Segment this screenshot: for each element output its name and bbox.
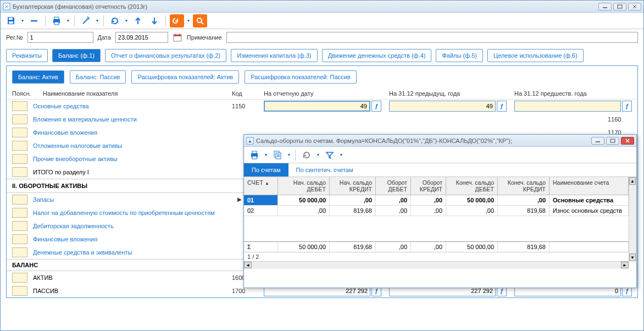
scroll-left-icon[interactable]: ◄ (244, 262, 252, 268)
popup-tab-synthetic[interactable]: По синтетич. счетам (288, 163, 361, 176)
notes-box[interactable] (12, 167, 27, 177)
col-nsd[interactable]: Нач. сальдо ДЕБЕТ (278, 177, 330, 195)
col-accname[interactable]: Наименование счета (549, 177, 629, 195)
print-dropdown[interactable]: ▾ (66, 18, 70, 23)
notes-box[interactable] (12, 101, 27, 111)
svg-rect-7 (54, 17, 59, 19)
popup-filter-dropdown[interactable]: ▾ (339, 152, 343, 157)
notes-box[interactable] (12, 141, 27, 151)
col-obk[interactable]: Оборот КРЕДИТ (411, 177, 446, 195)
row-code: 1160 (608, 116, 632, 123)
arrow-down-icon[interactable] (147, 14, 162, 27)
notes-box[interactable] (12, 154, 27, 164)
popup-minimize-button[interactable] (591, 137, 604, 145)
notes-box[interactable] (12, 234, 27, 244)
close-button[interactable] (628, 3, 641, 10)
value-input[interactable] (514, 101, 621, 112)
popup-refresh-icon[interactable] (299, 148, 314, 162)
scroll-right-icon[interactable]: ► (621, 262, 629, 268)
notes-box[interactable] (12, 221, 27, 231)
subtab-balance-passive[interactable]: Баланс: Пассив (70, 70, 126, 84)
tab-report-f2[interactable]: Отчет о финансовых результатах (ф.2) (105, 49, 226, 62)
action-orange-icon[interactable] (170, 14, 184, 27)
svg-point-10 (197, 18, 202, 23)
popup-vscroll[interactable]: ▲ ▼ (629, 177, 636, 261)
maximize-button[interactable] (613, 3, 626, 10)
note-label: Примечание (187, 34, 222, 41)
filter-bar: Рег.№ Дата Примечание (1, 29, 643, 46)
fx-button[interactable]: ƒ (622, 101, 632, 112)
subtab-decode-passive[interactable]: Расшифровка показателей: Пассив (245, 70, 356, 84)
col-nsk[interactable]: Нач. сальдо КРЕДИТ (330, 177, 376, 195)
popup-status: 1 / 2 (244, 252, 629, 261)
popup-copy-dropdown[interactable]: ▾ (287, 152, 291, 157)
refresh-dropdown[interactable]: ▾ (124, 18, 129, 23)
arrow-up-icon[interactable] (131, 14, 145, 27)
notes-box[interactable] (12, 247, 27, 257)
notes-box[interactable] (12, 195, 27, 205)
minus-icon[interactable] (27, 14, 41, 27)
value-input[interactable] (264, 101, 370, 112)
wand-dropdown[interactable]: ▾ (95, 18, 99, 23)
popup-icon (246, 137, 254, 145)
popup-close-button[interactable] (621, 137, 634, 145)
row-pointer-icon: ▶ (237, 196, 242, 202)
row-name: АКТИВ (33, 274, 232, 281)
notes-box[interactable] (12, 286, 27, 296)
date-input[interactable] (115, 32, 168, 43)
popup-title: Сальдо-обороты по счетам. Формула=КОНСАЛ… (256, 137, 591, 144)
scroll-up-icon[interactable]: ▲ (629, 177, 636, 185)
wand-icon[interactable] (79, 14, 93, 27)
popup-copy-icon[interactable] (270, 148, 285, 162)
svg-rect-13 (174, 35, 181, 36)
notes-box[interactable] (12, 128, 27, 137)
notes-box[interactable] (12, 208, 27, 218)
popup-print-dropdown[interactable]: ▾ (264, 152, 268, 157)
popup-row[interactable]: 02 ,00 819,68 ,00 ,00 ,00 819,68 Износ о… (244, 206, 629, 216)
save-dropdown[interactable]: ▾ (20, 18, 25, 23)
tab-target-f6[interactable]: Целевое использование (ф.6) (487, 49, 584, 62)
col-obd[interactable]: Оборот ДЕБЕТ (376, 177, 411, 195)
popup-tabs: По счетам По синтетич. счетам (244, 163, 636, 177)
tab-balance-f1[interactable]: Баланс (ф.1) (52, 49, 101, 62)
popup-refresh-dropdown[interactable]: ▾ (316, 152, 320, 157)
popup-row[interactable]: 01 50 000,00 ,00 ,00 ,00 50 000,00 ,00 О… (244, 195, 629, 206)
popup-tab-accounts[interactable]: По счетам (244, 163, 288, 176)
save-icon[interactable] (4, 14, 18, 27)
popup-titlebar[interactable]: Сальдо-обороты по счетам. Формула=КОНСАЛ… (244, 135, 636, 147)
search-icon[interactable] (193, 14, 207, 27)
print-icon[interactable] (49, 14, 64, 27)
subtab-decode-active[interactable]: Расшифровка показателей: Актив (131, 70, 239, 84)
fx-button[interactable]: ƒ (371, 101, 381, 112)
tab-capital-f3[interactable]: Изменения капитала (ф.3) (231, 49, 318, 62)
popup-filter-icon[interactable] (323, 148, 337, 162)
value-input[interactable] (389, 101, 496, 112)
subtab-balance-active[interactable]: Баланс: Актив (12, 70, 64, 84)
tab-files-f5[interactable]: Файлы (ф.5) (436, 49, 483, 62)
tab-cashflow-f4[interactable]: Движение денежных средств (ф.4) (322, 49, 432, 62)
action-dropdown[interactable]: ▾ (186, 18, 191, 23)
popup-maximize-button[interactable] (606, 137, 619, 145)
row-name[interactable]: Вложения в материальные ценности (33, 116, 608, 123)
fx-button[interactable]: ƒ (497, 101, 507, 112)
col-account[interactable]: СЧЕТ ▲ (244, 177, 278, 195)
notes-box[interactable] (12, 273, 27, 283)
regno-label: Рег.№ (6, 34, 23, 41)
col-ksk[interactable]: Конеч. сальдо КРЕДИТ (498, 177, 549, 195)
note-input[interactable] (226, 32, 638, 43)
header-col2: На 31.12 предыдущ. года (381, 90, 507, 97)
col-ksd[interactable]: Конеч. сальдо ДЕБЕТ (446, 177, 498, 195)
tab-requisites[interactable]: Реквизиты (6, 49, 48, 62)
scroll-down-icon[interactable]: ▼ (629, 253, 636, 261)
minimize-button[interactable] (598, 3, 612, 10)
calendar-icon[interactable] (173, 32, 182, 42)
refresh-icon[interactable] (108, 14, 122, 27)
regno-input[interactable] (27, 32, 93, 43)
main-titlebar: Бухгалтерская (финансовая) отчетность (2… (1, 1, 643, 13)
popup-toolbar: ▾ ▾ ▾ ▾ (244, 147, 636, 163)
row-name[interactable]: Основные средства (33, 103, 232, 109)
notes-box[interactable] (12, 114, 27, 124)
popup-hscroll[interactable]: ◄ ► (244, 261, 629, 269)
popup-print-icon[interactable] (247, 148, 262, 162)
app-icon (3, 3, 10, 10)
